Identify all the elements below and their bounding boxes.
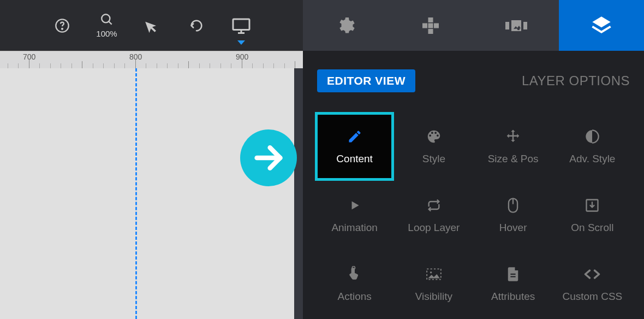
tile-label: Attributes <box>491 291 535 303</box>
undo-button[interactable] <box>186 18 207 33</box>
guide-line <box>135 68 137 319</box>
svg-point-22 <box>430 271 432 273</box>
palette-icon <box>425 128 443 145</box>
help-button[interactable] <box>51 18 73 33</box>
cursor-button[interactable] <box>141 18 163 33</box>
svg-rect-13 <box>511 20 521 31</box>
tile-label: Style <box>422 153 445 165</box>
layer-options-title: LAYER OPTIONS <box>522 73 630 88</box>
arrow-right-icon <box>251 140 286 175</box>
svg-rect-8 <box>428 29 433 34</box>
tile-label: Visibility <box>415 291 452 303</box>
tile-visibility[interactable]: Visibility <box>394 250 473 318</box>
layers-icon <box>591 15 612 37</box>
touch-icon <box>346 265 363 283</box>
tile-label: On Scroll <box>571 222 613 234</box>
svg-point-1 <box>62 28 63 29</box>
svg-line-3 <box>109 21 111 24</box>
contrast-icon <box>583 128 601 145</box>
download-box-icon <box>583 197 601 214</box>
pencil-icon <box>346 128 363 145</box>
svg-rect-10 <box>434 23 439 28</box>
desktop-icon <box>231 17 251 34</box>
tile-actions[interactable]: Actions <box>315 250 394 318</box>
svg-rect-7 <box>428 17 433 22</box>
ruler: 700 800 900 <box>0 51 303 68</box>
document-icon <box>504 265 522 283</box>
help-icon <box>55 18 70 33</box>
tile-label: Size & Pos <box>488 153 539 165</box>
svg-rect-24 <box>511 276 516 277</box>
svg-rect-14 <box>523 22 527 29</box>
arrow-callout <box>240 129 297 186</box>
tile-on-scroll[interactable]: On Scroll <box>553 181 632 250</box>
tile-label: Custom CSS <box>562 291 622 303</box>
tile-content[interactable]: Content <box>315 112 394 181</box>
mouse-icon <box>504 197 522 214</box>
editor-view-button[interactable]: EDITOR VIEW <box>317 69 415 92</box>
toolbar-tabs <box>303 0 644 51</box>
tile-custom-css[interactable]: Custom CSS <box>553 250 632 318</box>
image-dashed-icon <box>425 265 443 283</box>
tile-adv-style[interactable]: Adv. Style <box>553 112 632 181</box>
tile-label: Actions <box>337 291 371 303</box>
tab-navigation[interactable] <box>388 0 473 51</box>
tile-hover[interactable]: Hover <box>474 181 553 250</box>
undo-icon <box>189 18 204 33</box>
zoom-label: 100% <box>96 29 117 38</box>
tab-settings[interactable] <box>303 0 388 51</box>
svg-point-2 <box>102 14 110 22</box>
zoom-button[interactable]: 100% <box>96 13 118 38</box>
svg-rect-9 <box>422 23 427 28</box>
tab-layers[interactable] <box>559 0 644 51</box>
cursor-icon <box>145 18 159 33</box>
tile-label: Hover <box>499 222 527 234</box>
move-icon <box>504 128 522 145</box>
tile-loop-layer[interactable]: Loop Layer <box>394 181 473 250</box>
chevron-down-icon <box>237 40 245 45</box>
layer-options-grid: Content Style Size & Pos Adv. Style Anim… <box>314 112 633 318</box>
play-icon <box>346 197 363 214</box>
svg-rect-4 <box>233 19 249 30</box>
carousel-icon <box>505 17 527 34</box>
device-button[interactable] <box>230 17 252 34</box>
svg-rect-11 <box>428 23 433 28</box>
loop-icon <box>425 197 443 214</box>
tile-animation[interactable]: Animation <box>315 181 394 250</box>
tab-carousel[interactable] <box>474 0 559 51</box>
svg-rect-23 <box>511 274 516 275</box>
tile-label: Content <box>336 153 373 165</box>
sidebar: EDITOR VIEW LAYER OPTIONS Content Style … <box>303 51 644 319</box>
tile-style[interactable]: Style <box>394 112 473 181</box>
zoom-icon <box>100 13 114 27</box>
tile-label: Animation <box>331 222 378 234</box>
canvas[interactable] <box>0 68 303 319</box>
canvas-edge <box>294 68 303 319</box>
code-icon <box>583 265 601 283</box>
tile-label: Loop Layer <box>408 222 460 234</box>
toolbar: 100% <box>0 0 644 51</box>
gear-icon <box>336 16 355 36</box>
dpad-icon <box>421 16 440 36</box>
tile-attributes[interactable]: Attributes <box>474 250 553 318</box>
tile-label: Adv. Style <box>569 153 615 165</box>
toolbar-left: 100% <box>0 0 303 51</box>
tile-size-pos[interactable]: Size & Pos <box>474 112 553 181</box>
svg-rect-12 <box>505 22 509 29</box>
